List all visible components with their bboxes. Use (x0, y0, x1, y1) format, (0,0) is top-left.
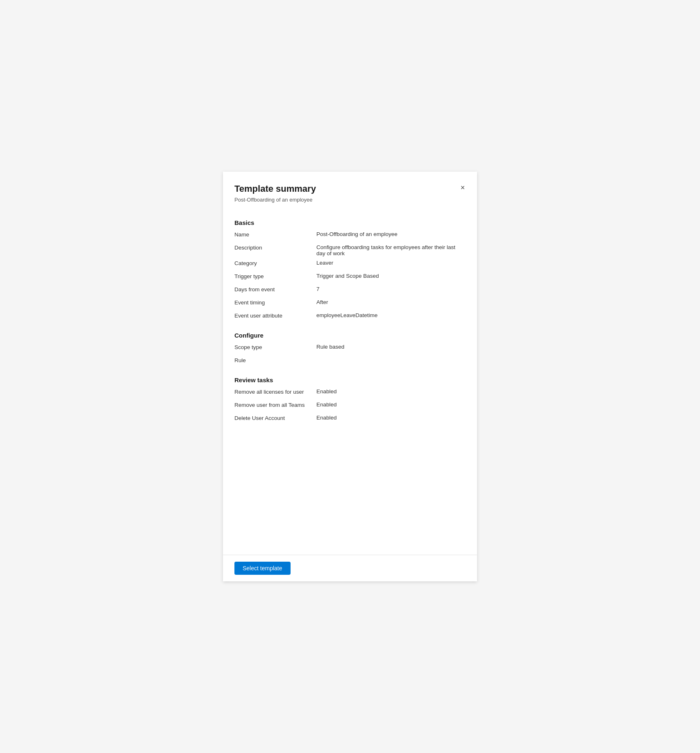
field-row-rule: Rule (234, 357, 466, 367)
field-label-scope-type: Scope type (234, 344, 316, 350)
field-row-event-timing: Event timing After (234, 299, 466, 309)
field-row-trigger-type: Trigger type Trigger and Scope Based (234, 273, 466, 283)
configure-section-title: Configure (234, 332, 466, 339)
template-summary-panel: Template summary Post-Offboarding of an … (223, 172, 477, 581)
field-label-trigger-type: Trigger type (234, 273, 316, 279)
close-button[interactable]: × (457, 181, 469, 194)
field-row-name: Name Post-Offboarding of an employee (234, 231, 466, 241)
field-value-trigger-type: Trigger and Scope Based (316, 273, 466, 279)
field-row-remove-from-teams: Remove user from all Teams Enabled (234, 401, 466, 411)
panel-title: Template summary (234, 183, 466, 195)
field-value-event-timing: After (316, 299, 466, 305)
field-label-event-user-attribute: Event user attribute (234, 312, 316, 319)
review-tasks-section-title: Review tasks (234, 376, 466, 383)
field-row-remove-licenses: Remove all licenses for user Enabled (234, 388, 466, 398)
panel-footer: Select template (223, 555, 477, 581)
panel-header: Template summary Post-Offboarding of an … (223, 172, 477, 209)
field-value-category: Leaver (316, 260, 466, 266)
field-value-remove-licenses: Enabled (316, 388, 466, 395)
field-value-remove-from-teams: Enabled (316, 401, 466, 408)
field-value-description: Configure offboarding tasks for employee… (316, 244, 466, 256)
field-row-scope-type: Scope type Rule based (234, 344, 466, 354)
panel-body: Basics Name Post-Offboarding of an emplo… (223, 209, 477, 555)
field-label-name: Name (234, 231, 316, 238)
field-row-days-from-event: Days from event 7 (234, 286, 466, 296)
field-label-event-timing: Event timing (234, 299, 316, 306)
field-label-remove-licenses: Remove all licenses for user (234, 388, 316, 395)
field-row-event-user-attribute: Event user attribute employeeLeaveDateti… (234, 312, 466, 322)
field-value-days-from-event: 7 (316, 286, 466, 292)
field-label-delete-user-account: Delete User Account (234, 415, 316, 421)
select-template-button[interactable]: Select template (234, 562, 291, 575)
field-value-event-user-attribute: employeeLeaveDatetime (316, 312, 466, 318)
field-label-days-from-event: Days from event (234, 286, 316, 293)
configure-section: Configure Scope type Rule based Rule (234, 332, 466, 367)
field-value-scope-type: Rule based (316, 344, 466, 350)
field-value-name: Post-Offboarding of an employee (316, 231, 466, 237)
field-label-category: Category (234, 260, 316, 266)
field-label-description: Description (234, 244, 316, 251)
field-label-rule: Rule (234, 357, 316, 363)
field-row-description: Description Configure offboarding tasks … (234, 244, 466, 256)
field-label-remove-from-teams: Remove user from all Teams (234, 401, 316, 408)
review-tasks-section: Review tasks Remove all licenses for use… (234, 376, 466, 424)
basics-section-title: Basics (234, 219, 466, 226)
basics-section: Basics Name Post-Offboarding of an emplo… (234, 219, 466, 322)
field-row-delete-user-account: Delete User Account Enabled (234, 415, 466, 424)
field-row-category: Category Leaver (234, 260, 466, 270)
field-value-delete-user-account: Enabled (316, 415, 466, 421)
panel-subtitle: Post-Offboarding of an employee (234, 197, 466, 203)
